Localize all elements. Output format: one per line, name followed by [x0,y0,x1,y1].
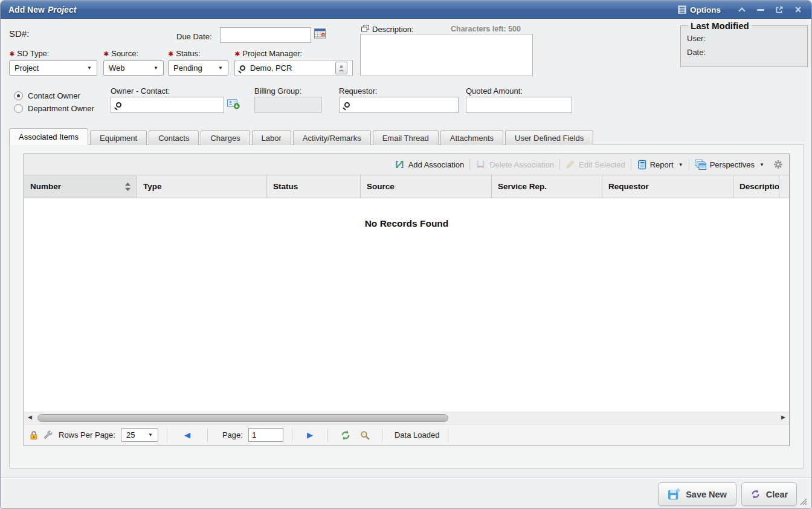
wrench-icon [44,430,53,440]
last-modified-user-label: User: [687,34,706,43]
delete-association-icon [475,160,486,169]
column-header-requestor[interactable]: Requestor [602,175,733,198]
options-label: Options [690,5,721,15]
pager-separator [292,429,292,442]
sd-number-label: SD#: [9,28,29,39]
minimize-button[interactable] [756,5,765,15]
person-icon [338,65,344,72]
dialog-title-prefix: Add New [8,5,45,15]
quoted-amount-input[interactable] [466,97,572,113]
refresh-button[interactable] [340,430,351,441]
grid-header-row: Number Type Status Source Service Rep. R… [24,175,789,198]
resize-grip-icon [800,498,807,505]
empty-message: No Records Found [365,218,449,229]
collapse-button[interactable] [737,5,747,15]
grid-settings-button[interactable] [773,160,783,169]
column-header-source[interactable]: Source [361,175,492,198]
description-label: Description: [372,25,414,34]
titlebar-controls: Options × [678,1,803,19]
edit-selected-button: Edit Selected [566,160,625,169]
owner-contact-field[interactable] [111,97,224,113]
calendar-icon[interactable] [314,28,326,39]
column-header-status[interactable]: Status [267,175,361,198]
save-new-button[interactable]: Save New [658,482,736,506]
search-records-button[interactable] [360,430,370,440]
scrollbar-thumb[interactable] [37,414,448,422]
options-button[interactable]: Options [678,5,721,15]
source-select[interactable]: Web ▼ [103,60,164,76]
radio-unselected-icon [14,104,23,113]
tab-activity-remarks[interactable]: Activity/Remarks [293,130,371,145]
radio-selected-icon [14,91,23,100]
gear-icon [773,160,783,169]
rows-per-page-select[interactable]: 25 ▼ [121,428,158,442]
due-date-label: Due Date: [176,32,212,41]
pager-separator [448,429,448,442]
scroll-right-arrow[interactable]: ▶ [781,414,785,420]
tab-labor[interactable]: Labor [252,130,291,145]
dialog-title-type: Project [48,5,76,15]
last-modified-date-label: Date: [687,48,706,57]
chevron-up-icon [738,7,745,14]
requestor-field[interactable] [339,97,459,113]
popout-button[interactable] [775,5,784,15]
source-value: Web [109,63,125,73]
perspectives-icon [695,160,706,170]
quoted-amount-label: Quoted Amount: [466,86,523,96]
perspectives-menu-button[interactable]: Perspectives ▼ [695,160,764,170]
department-owner-radio[interactable]: Department Owner [14,104,94,113]
pager-separator [327,429,328,442]
tab-equipment[interactable]: Equipment [90,130,147,145]
status-value: Pending [173,63,202,73]
chevron-down-icon: ▼ [759,162,764,167]
pencil-icon [566,160,575,169]
scroll-left-arrow[interactable]: ◀ [28,414,32,420]
project-manager-value: Demo, PCR [250,63,292,73]
due-date-input[interactable] [220,27,311,43]
tab-associated-items[interactable]: Associated Items [9,128,88,145]
last-modified-group: Last Modified User: Date: [680,21,808,67]
column-header-number[interactable]: Number [24,175,137,198]
column-header-description[interactable]: Description [733,175,779,198]
grid-pager: Rows Per Page: 25 ▼ ◀ Page: ▶ [24,424,789,446]
lock-icon [30,430,38,440]
page-number-input[interactable] [248,428,283,442]
sd-type-label: ✱SD Type: [9,49,49,58]
required-icon: ✱ [168,50,173,57]
status-label: ✱Status: [168,49,201,58]
tab-attachments[interactable]: Attachments [440,130,503,145]
lock-columns-button[interactable] [30,430,38,440]
magnifier-icon [360,430,370,440]
column-header-type[interactable]: Type [137,175,267,198]
add-association-button[interactable]: Add Association [395,160,465,169]
description-popout-icon[interactable] [361,25,369,32]
status-select[interactable]: Pending ▼ [168,60,228,76]
pager-separator [167,429,167,442]
description-textarea[interactable] [360,34,533,76]
horizontal-scrollbar: ◀ ▶ [24,412,789,424]
add-association-icon [395,160,405,169]
previous-page-button[interactable]: ◀ [184,430,190,439]
requestor-label: Requestor: [339,86,378,96]
tab-contacts[interactable]: Contacts [149,130,199,145]
sort-icon [125,183,130,191]
toolbar-separator [631,158,631,170]
sd-type-select[interactable]: Project ▼ [9,60,97,76]
add-contact-icon[interactable] [227,98,240,109]
grid-tools-button[interactable] [44,430,53,440]
project-manager-label: ✱Project Manager: [234,49,302,58]
resize-grip[interactable] [800,498,807,505]
clear-button[interactable]: Clear [741,482,797,506]
chevron-down-icon: ▼ [143,432,153,438]
tab-user-defined-fields[interactable]: User Defined Fields [505,130,593,145]
source-label: ✱Source: [103,49,138,58]
next-page-button[interactable]: ▶ [307,430,313,439]
project-manager-field[interactable]: Demo, PCR [234,60,353,76]
tab-email-thread[interactable]: Email Thread [373,130,439,145]
contact-owner-radio[interactable]: Contact Owner [14,91,80,100]
close-button[interactable]: × [793,5,803,15]
select-person-button[interactable] [335,62,347,74]
column-header-service-rep[interactable]: Service Rep. [492,175,602,198]
tab-charges[interactable]: Charges [201,130,250,145]
report-menu-button[interactable]: Report ▼ [637,160,683,170]
